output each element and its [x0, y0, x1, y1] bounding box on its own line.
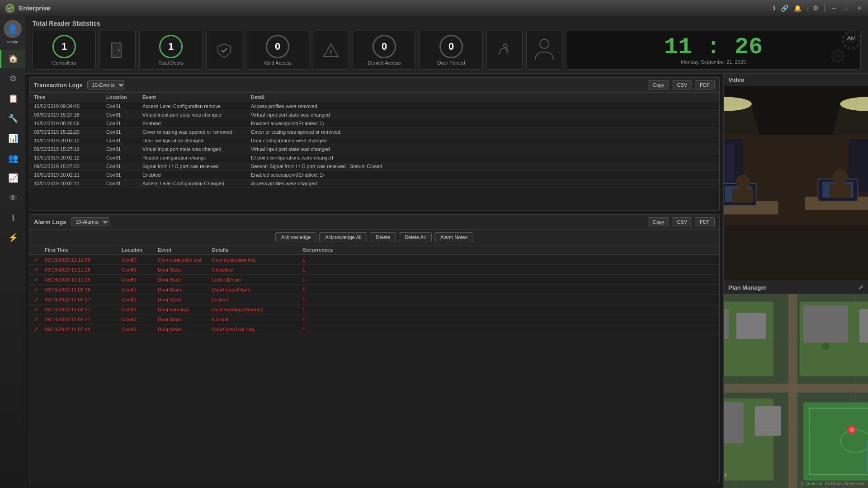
sidebar-item-users[interactable]: 👥	[0, 149, 25, 167]
sidebar-items: 🏠 ⚙ 📋 🔧 📊 👥 📈 👁 ℹ ⚡	[0, 50, 25, 247]
minimize-button[interactable]: ─	[830, 5, 838, 11]
left-panel: Transaction Logs 10-Events 25-Events 50-…	[25, 74, 723, 488]
sidebar-item-home[interactable]: 🏠	[0, 50, 25, 68]
sidebar-item-filters[interactable]: 🔧	[0, 109, 25, 127]
table-row[interactable]: 10/01/2019 20:02:11 Con81 Access Level C…	[29, 179, 719, 188]
row-detail: Cover or casing was opened or removed	[251, 129, 715, 135]
alarm-dropdown[interactable]: 10-Alarms 25-Alarms	[71, 217, 109, 226]
gear-icon[interactable]: ⚙	[813, 5, 819, 12]
row-detail: Sensor: Signal from I / O port was recei…	[251, 164, 715, 169]
alarm-pdf-button[interactable]: PDF	[695, 217, 715, 226]
sidebar-item-reports[interactable]: 📈	[0, 169, 25, 187]
table-row[interactable]: 09/30/2019 15:22:20 Con81 Cover or casin…	[29, 128, 719, 136]
svg-rect-17	[724, 144, 734, 188]
transaction-csv-button[interactable]: CSV	[672, 80, 692, 89]
list-item[interactable]: ✓ 09/18/2020 11:07:44 Con80 Door Alarm D…	[29, 324, 719, 334]
row-location: Con81	[106, 155, 142, 160]
list-item[interactable]: ✓ 09/18/2020 11:08:17 Con80 Door Alarm N…	[29, 314, 719, 324]
svg-rect-42	[736, 313, 766, 339]
alarm-details: LockedDown	[212, 277, 302, 282]
table-row[interactable]: 09/30/2019 15:27:18 Con81 Virtual input …	[29, 111, 719, 119]
sidebar-item-info[interactable]: ℹ	[0, 209, 25, 227]
transaction-copy-button[interactable]: Copy	[648, 80, 670, 89]
plan-section: Plan Manager ⤢	[724, 281, 868, 488]
transaction-table-body[interactable]: 10/02/2019 09:34:40 Con81 Access Level C…	[29, 102, 719, 210]
alarm-first-time: 09/18/2020 11:07:44	[45, 327, 122, 332]
row-location: Con81	[106, 181, 142, 186]
app-layout: 👤 Admin 🏠 ⚙ 📋 🔧 📊 👥 📈 👁 ℹ ⚡ Total Reader…	[0, 16, 868, 488]
alarm-copy-button[interactable]: Copy	[648, 217, 670, 226]
list-item[interactable]: ✓ 09/18/2020 11:11:28 Con80 Door State U…	[29, 265, 719, 275]
svg-text:!: !	[330, 49, 332, 56]
alarm-details: Locked	[212, 297, 302, 302]
alarm-col-check	[34, 247, 45, 253]
svg-rect-38	[803, 402, 868, 480]
transaction-events-dropdown[interactable]: 10-Events 25-Events 50-Events	[87, 80, 125, 89]
row-time: 09/30/2019 15:27:23	[34, 164, 106, 169]
table-row[interactable]: 09/30/2019 15:27:19 Con81 Virtual input …	[29, 145, 719, 154]
table-row[interactable]: 10/02/2019 08:28:58 Con81 Enabled Enable…	[29, 119, 719, 128]
table-row[interactable]: 10/01/2019 20:02:11 Con81 Enabled Enable…	[29, 171, 719, 179]
alarm-occurrences: 1	[302, 297, 348, 302]
svg-point-54	[822, 343, 830, 350]
sidebar-item-settings[interactable]: ⚙	[0, 70, 25, 88]
list-item[interactable]: ✓ 09/18/2020 11:11:19 Con80 Door State L…	[29, 275, 719, 285]
sidebar-item-power[interactable]: ⚡	[0, 229, 25, 247]
sidebar-item-charts[interactable]: 📊	[0, 129, 25, 147]
row-location: Con81	[106, 146, 142, 152]
col-location: Location	[106, 94, 142, 100]
alarm-csv-button[interactable]: CSV	[672, 217, 692, 226]
table-row[interactable]: 10/01/2019 20:02:12 Con81 Reader configu…	[29, 154, 719, 162]
row-event: Cover or casing was opened or removed	[142, 129, 251, 135]
maximize-button[interactable]: □	[843, 5, 850, 11]
acknowledge-button[interactable]: Acknowledge	[275, 232, 316, 242]
stat-total-doors: 1 Total Doors	[139, 31, 203, 70]
list-item[interactable]: ✓ 09/18/2020 11:12:09 Con80 Communicatio…	[29, 255, 719, 265]
row-event: Virtual input port state was changed	[142, 146, 251, 152]
alarm-col-first-time: First Time	[45, 247, 122, 253]
delete-button[interactable]: Delete	[370, 232, 396, 242]
row-location: Con81	[106, 112, 142, 117]
svg-point-6	[540, 39, 549, 48]
info-icon[interactable]: ℹ	[773, 5, 775, 12]
alarm-first-time: 09/18/2020 11:11:19	[45, 277, 122, 282]
row-event: Access Level Configuration Changed	[142, 181, 251, 186]
alarm-table-body[interactable]: ✓ 09/18/2020 11:12:09 Con80 Communicatio…	[29, 255, 719, 484]
valid-access-value: 0	[275, 41, 280, 52]
app-name: Enterprise	[19, 5, 50, 12]
content-area: Total Reader Statistics 1 Controllers	[25, 16, 868, 488]
delete-all-button[interactable]: Delete All	[399, 232, 431, 242]
table-row[interactable]: 10/02/2019 09:34:40 Con81 Access Level C…	[29, 102, 719, 111]
video-feed	[724, 86, 868, 281]
sidebar-item-transactions[interactable]: 📋	[0, 89, 25, 108]
link-icon[interactable]: 🔗	[781, 5, 788, 12]
row-time: 09/30/2019 15:27:18	[34, 112, 106, 117]
door-icon	[109, 42, 126, 58]
expand-icon[interactable]: ⤢	[858, 284, 863, 291]
controllers-circle: 1	[52, 35, 76, 58]
person-icon	[533, 38, 555, 63]
table-row[interactable]: 09/30/2019 15:27:23 Con81 Signal from I …	[29, 162, 719, 171]
warning-icon: !	[323, 42, 339, 58]
close-button[interactable]: ✕	[855, 5, 863, 11]
acknowledge-all-button[interactable]: Acknowledge All	[319, 232, 367, 242]
sidebar-item-camera[interactable]: 👁	[0, 189, 25, 207]
door-forced-label: Door Forced	[437, 60, 465, 66]
table-row[interactable]: 10/01/2019 20:02:12 Con81 Door configura…	[29, 136, 719, 145]
door-icon-card	[99, 31, 136, 70]
svg-rect-41	[724, 309, 729, 339]
plan-display: S-15' Street © Quanika. All Rights Reser…	[724, 294, 868, 488]
transaction-pdf-button[interactable]: PDF	[695, 80, 715, 89]
bell-icon[interactable]: 🔔	[794, 5, 802, 12]
alarm-notes-button[interactable]: Alarm Notes	[434, 232, 474, 242]
list-item[interactable]: ✓ 09/18/2020 11:08:18 Con80 Door Alarm D…	[29, 285, 719, 295]
svg-rect-46	[755, 406, 781, 436]
alarm-location: Con80	[122, 317, 158, 322]
denied-access-circle: 0	[373, 35, 396, 58]
alarm-logs-header: Alarm Logs 10-Alarms 25-Alarms Copy CSV …	[29, 215, 719, 230]
row-location: Con81	[106, 103, 142, 109]
alarm-details: DoorForcedOpen	[212, 287, 302, 292]
list-item[interactable]: ✓ 09/18/2020 11:08:17 Con80 Door warning…	[29, 305, 719, 314]
list-item[interactable]: ✓ 09/18/2020 11:08:17 Con80 Door State L…	[29, 295, 719, 305]
quanika-badge: © Quanika. All Rights Reserved	[801, 481, 864, 486]
